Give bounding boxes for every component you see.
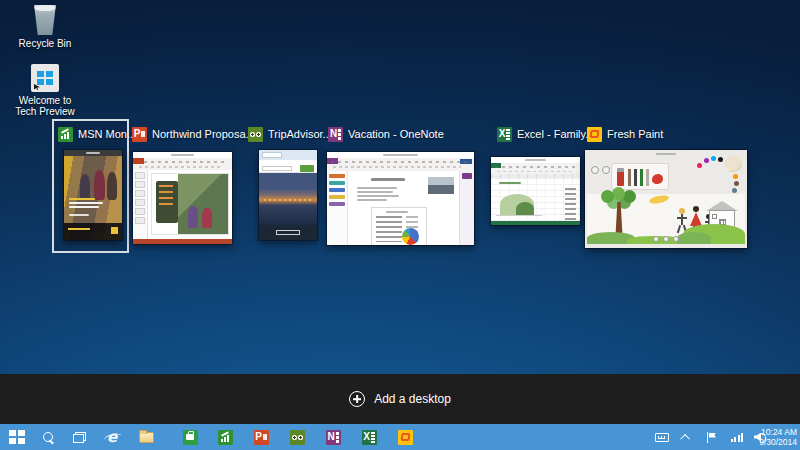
window-thumbnail-powerpoint[interactable] <box>133 152 232 244</box>
msn-money-icon <box>58 127 73 142</box>
windows-flag-glyph <box>37 71 53 85</box>
task-view-button[interactable] <box>69 424 89 450</box>
paint-blob <box>652 174 663 184</box>
window-label-fresh-paint[interactable]: Fresh Paint <box>587 126 663 142</box>
slide-photo <box>178 174 228 234</box>
notebook-page <box>349 171 459 245</box>
window-label-excel[interactable]: X Excel - Family... <box>497 126 594 142</box>
internet-explorer-button[interactable]: e <box>101 424 123 450</box>
action-center-button[interactable] <box>703 424 719 450</box>
start-button[interactable] <box>7 424 27 450</box>
tripadvisor-icon <box>248 127 263 142</box>
msn-money-button[interactable] <box>217 424 233 450</box>
powerpoint-icon: P <box>254 430 269 445</box>
msn-money-icon <box>218 430 233 445</box>
window-label-msn-money[interactable]: MSN Mon... <box>58 126 136 142</box>
window-thumbnail-fresh-paint[interactable] <box>585 150 747 248</box>
task-view-icon <box>73 432 86 443</box>
budget-chart <box>496 190 542 216</box>
slide-text-box <box>156 181 178 223</box>
windows-logo-icon <box>9 430 25 444</box>
add-desktop-bar: Add a desktop <box>0 374 800 424</box>
show-hidden-icons-button[interactable] <box>679 424 693 450</box>
powerpoint-button[interactable]: P <box>253 424 269 450</box>
search-box <box>262 166 292 171</box>
status-bar <box>133 239 232 244</box>
tree-foliage <box>601 190 614 203</box>
window-label-tripadvisor[interactable]: TripAdvisor... <box>248 126 332 142</box>
color-dots-arc <box>697 163 702 168</box>
page-header <box>259 160 317 173</box>
add-desktop-label[interactable]: Add a desktop <box>374 392 451 406</box>
desktop-icon-welcome-tech-preview[interactable]: Welcome to Tech Preview <box>13 64 77 117</box>
search-button <box>300 165 314 172</box>
browser-chrome <box>259 150 317 160</box>
fresh-paint-icon <box>398 430 413 445</box>
network-signal-icon <box>731 432 743 442</box>
numbers-column <box>565 188 576 222</box>
excel-button[interactable]: X <box>361 424 377 450</box>
sponge-tool <box>725 155 742 172</box>
file-tab <box>327 158 338 164</box>
clock-time: 10:24 AM <box>761 427 797 437</box>
paint-tube <box>617 168 624 186</box>
tripadvisor-button[interactable] <box>289 424 305 450</box>
fresh-paint-button[interactable] <box>397 424 413 450</box>
onenote-icon: N <box>328 127 343 142</box>
trip-budget-table <box>371 207 427 245</box>
notebook-sidebar <box>327 171 348 245</box>
slide <box>152 174 228 234</box>
search-icon <box>43 432 54 443</box>
network-button[interactable] <box>729 424 745 450</box>
yellow-shape <box>648 194 669 205</box>
excel-icon: X <box>497 127 512 142</box>
window-thumbnail-msn-money[interactable] <box>64 150 122 240</box>
internet-explorer-icon: e <box>107 430 117 445</box>
desktop-icon-recycle-bin[interactable]: Recycle Bin <box>13 5 77 49</box>
taskbar-clock[interactable]: 10:24 AM 9/30/2014 <box>759 424 797 450</box>
harbor-photo <box>259 173 317 225</box>
desktop: Recycle Bin Welcome to Tech Preview MSN … <box>0 0 800 450</box>
msn-money-content <box>64 156 122 240</box>
budget-pie-chart <box>402 228 419 245</box>
flag-icon <box>706 432 716 443</box>
canvas-buttons <box>651 228 681 246</box>
touch-keyboard-button[interactable] <box>653 424 671 450</box>
file-tab <box>491 163 501 168</box>
page-list-panel <box>459 171 474 245</box>
file-tab <box>133 158 144 164</box>
fresh-paint-icon <box>587 127 602 142</box>
plus-icon[interactable] <box>349 391 365 407</box>
ribbon <box>491 163 580 174</box>
status-bar <box>491 221 580 225</box>
tripadvisor-icon <box>290 430 305 445</box>
file-explorer-button[interactable] <box>136 424 156 450</box>
window-thumbnail-tripadvisor[interactable] <box>259 150 317 240</box>
search-button[interactable] <box>38 424 58 450</box>
paint-palette <box>611 163 669 190</box>
recycle-bin-icon <box>32 5 58 35</box>
clock-date: 9/30/2014 <box>759 437 797 447</box>
onenote-icon: N <box>326 430 341 445</box>
taskbar: e P N X <box>0 424 800 450</box>
ribbon <box>133 158 232 170</box>
desktop-icon-label: Recycle Bin <box>13 38 77 49</box>
file-explorer-icon <box>139 432 154 443</box>
window-thumbnail-onenote[interactable] <box>327 152 474 245</box>
onenote-button[interactable]: N <box>325 424 341 450</box>
slide-panel <box>133 170 148 239</box>
windows-logo-icon <box>31 64 59 92</box>
chevron-up-icon <box>680 433 690 443</box>
store-button[interactable] <box>182 424 198 450</box>
ribbon <box>327 158 474 171</box>
window-label-powerpoint[interactable]: P Northwind Proposa... <box>132 126 255 142</box>
share-button <box>460 159 472 164</box>
page-footer <box>259 225 317 240</box>
window-thumbnail-excel[interactable] <box>491 157 580 225</box>
powerpoint-icon: P <box>132 127 147 142</box>
window-label-onenote[interactable]: N Vacation - OneNote <box>328 126 444 142</box>
store-icon <box>183 430 198 445</box>
desktop-icon-label: Welcome to Tech Preview <box>13 95 77 117</box>
excel-icon: X <box>362 430 377 445</box>
page-photo <box>428 177 454 194</box>
